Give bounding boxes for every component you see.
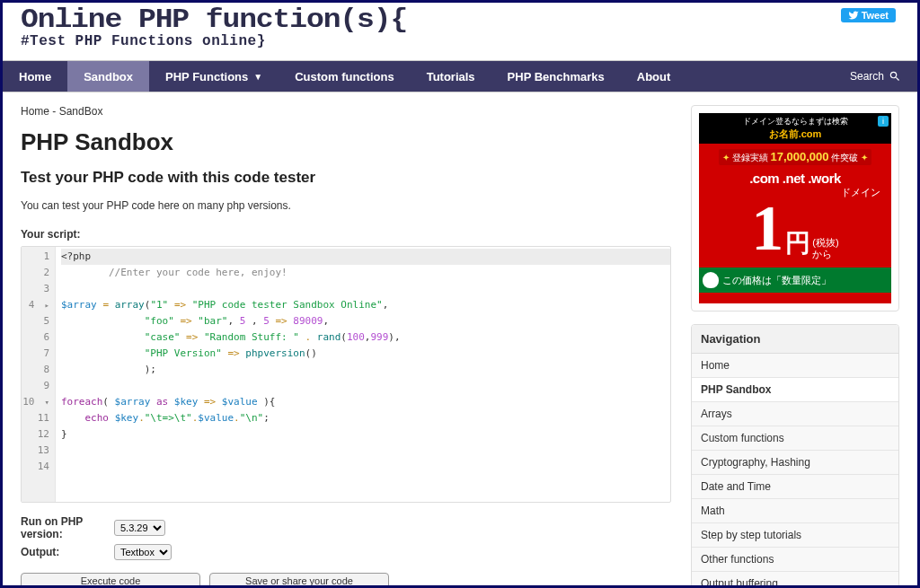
nav-search[interactable]: Search xyxy=(850,70,901,83)
output-label: Output: xyxy=(21,546,109,558)
php-version-select[interactable]: 5.3.29 xyxy=(114,520,165,536)
run-controls: Run on PHP version: 5.3.29 Output: Textb… xyxy=(21,515,671,588)
nav-item-home[interactable]: Home xyxy=(3,61,67,92)
intro-text: You can test your PHP code here on many … xyxy=(21,199,671,212)
nav-item-custom-functions[interactable]: Custom functions xyxy=(279,61,411,92)
sidebar-item-arrays[interactable]: Arrays xyxy=(692,402,898,426)
script-label: Your script: xyxy=(21,228,671,241)
twitter-icon xyxy=(848,10,859,21)
rabbit-icon xyxy=(703,272,719,288)
tweet-label: Tweet xyxy=(862,10,889,21)
chevron-down-icon: ▼ xyxy=(253,72,262,82)
sidebar-item-home[interactable]: Home xyxy=(692,354,898,378)
ad-registration-count: ✦ 登録実績 17,000,000 件突破 ✦ xyxy=(719,149,871,165)
editor-code[interactable]: <?php //Enter your code here, enjoy!$arr… xyxy=(56,247,670,502)
editor-gutter: 1234 ▸5678910 ▾11121314 xyxy=(22,247,56,502)
sidebar-item-custom-functions[interactable]: Custom functions xyxy=(692,426,898,451)
nav-item-about[interactable]: About xyxy=(621,61,687,92)
save-share-button[interactable]: Save or share your code xyxy=(209,573,389,588)
breadcrumb: Home - SandBox xyxy=(21,105,671,118)
site-subtitle: #Test PHP Functions online} xyxy=(21,33,899,49)
output-select[interactable]: Textbox xyxy=(114,544,172,560)
main-navbar: HomeSandboxPHP Functions▼Custom function… xyxy=(3,60,917,92)
sidebar-nav-panel: Navigation HomePHP SandboxArraysCustom f… xyxy=(691,324,899,588)
main-column: Home - SandBox PHP Sandbox Test your PHP… xyxy=(21,105,671,588)
search-label: Search xyxy=(850,70,884,83)
nav-item-php-functions[interactable]: PHP Functions▼ xyxy=(149,61,279,92)
content-area: Home - SandBox PHP Sandbox Test your PHP… xyxy=(3,92,917,588)
site-title: Online PHP function(s){ xyxy=(21,4,920,35)
version-label: Run on PHP version: xyxy=(21,515,109,540)
sidebar-item-date-and-time[interactable]: Date and Time xyxy=(692,475,898,499)
nav-item-sandbox[interactable]: Sandbox xyxy=(67,61,149,92)
ad-brand: お名前.com xyxy=(769,128,822,139)
sidebar-item-step-by-step-tutorials[interactable]: Step by step tutorials xyxy=(692,523,898,548)
page-subtitle: Test your PHP code with this code tester xyxy=(21,169,671,187)
sidebar-item-cryptography-hashing[interactable]: Cryptography, Hashing xyxy=(692,451,898,475)
ad-domains: .com .net .work xyxy=(703,171,888,186)
search-icon xyxy=(889,70,901,83)
app-frame: Online PHP function(s){ #Test PHP Functi… xyxy=(0,0,920,588)
sidebar-nav-heading: Navigation xyxy=(692,325,898,354)
ad-price: 1 円 (税抜)から xyxy=(703,196,888,260)
sidebar-item-other-functions[interactable]: Other functions xyxy=(692,548,898,572)
page-title: PHP Sandbox xyxy=(21,128,671,156)
sidebar-item-output-buffering[interactable]: Output buffering xyxy=(692,572,898,588)
code-editor[interactable]: 1234 ▸5678910 ▾11121314 <?php //Enter yo… xyxy=(21,246,671,503)
nav-item-tutorials[interactable]: Tutorials xyxy=(411,61,491,92)
sidebar: ドメイン登るならまずは検索 お名前.com i ✦ 登録実績 17,000,00… xyxy=(691,105,899,588)
ad-tag: ドメイン登るならまずは検索 xyxy=(743,117,848,126)
sidebar-item-php-sandbox[interactable]: PHP Sandbox xyxy=(692,378,898,402)
tweet-button[interactable]: Tweet xyxy=(841,8,896,22)
advertisement[interactable]: ドメイン登るならまずは検索 お名前.com i ✦ 登録実績 17,000,00… xyxy=(691,105,899,312)
site-header: Online PHP function(s){ #Test PHP Functi… xyxy=(3,3,917,49)
ad-info-icon[interactable]: i xyxy=(878,116,889,127)
nav-item-php-benchmarks[interactable]: PHP Benchmarks xyxy=(491,61,621,92)
ad-bottom-bar: この価格は「数量限定」 xyxy=(699,268,891,293)
breadcrumb-current: SandBox xyxy=(59,105,103,118)
breadcrumb-home[interactable]: Home xyxy=(21,105,49,118)
sidebar-item-math[interactable]: Math xyxy=(692,499,898,523)
execute-button[interactable]: Execute code xyxy=(21,573,200,588)
